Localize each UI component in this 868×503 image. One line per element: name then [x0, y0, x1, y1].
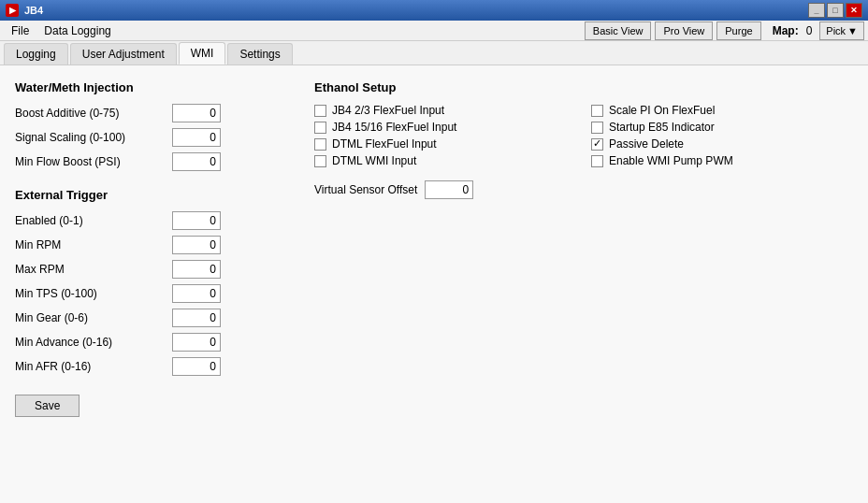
field-input-min-rpm[interactable]	[172, 236, 221, 254]
field-input-min-advance[interactable]	[172, 333, 221, 352]
field-label-min-flow-boost: Min Flow Boost (PSI)	[15, 155, 165, 168]
tab-user-adjustment[interactable]: User Adjustment	[70, 43, 177, 65]
field-row-min-advance: Min Advance (0-16)	[15, 333, 277, 352]
checkbox-label-jb4-1516-flexfuel: JB4 15/16 FlexFuel Input	[332, 121, 456, 134]
checkbox-label-dtml-wmi: DTML WMI Input	[332, 154, 416, 167]
field-row-max-rpm: Max RPM	[15, 260, 277, 279]
checkbox-row-dtml-wmi: DTML WMI Input	[314, 154, 576, 167]
field-label-min-rpm: Min RPM	[15, 238, 165, 252]
checkbox-scale-pi[interactable]	[591, 105, 603, 117]
field-label-min-afr: Min AFR (0-16)	[15, 360, 165, 373]
checkbox-label-jb4-23-flexfuel: JB4 2/3 FlexFuel Input	[332, 104, 444, 117]
pro-view-button[interactable]: Pro View	[655, 22, 713, 40]
field-row-min-tps: Min TPS (0-100)	[15, 284, 277, 303]
field-row-min-flow-boost: Min Flow Boost (PSI)	[15, 152, 277, 171]
menu-bar: File Data Logging Basic View Pro View Pu…	[0, 21, 868, 41]
purge-button[interactable]: Purge	[716, 22, 760, 40]
external-trigger-title: External Trigger	[15, 188, 277, 202]
map-label: Map:	[773, 24, 799, 37]
field-input-min-tps[interactable]	[172, 284, 221, 303]
field-row-min-gear: Min Gear (0-6)	[15, 309, 277, 327]
ethanol-checkboxes-grid: JB4 2/3 FlexFuel Input Scale PI On FlexF…	[314, 104, 853, 167]
field-input-min-flow-boost[interactable]	[172, 152, 221, 171]
pick-button[interactable]: Pick ▼	[819, 22, 864, 40]
tab-settings[interactable]: Settings	[227, 43, 292, 65]
field-row-enabled: Enabled (0-1)	[15, 211, 277, 230]
virtual-sensor-label: Virtual Sensor Offset	[314, 183, 417, 196]
title-bar: ▶ JB4 _ □ ✕	[0, 0, 868, 21]
field-row-boost-additive: Boost Additive (0-75)	[15, 104, 277, 122]
field-label-boost-additive: Boost Additive (0-75)	[15, 107, 165, 120]
checkbox-row-dtml-flexfuel: DTML FlexFuel Input	[314, 137, 576, 151]
left-panel: Water/Meth Injection Boost Additive (0-7…	[15, 77, 277, 492]
checkbox-passive-delete[interactable]	[591, 138, 603, 151]
checkbox-row-jb4-23-flexfuel: JB4 2/3 FlexFuel Input	[314, 104, 576, 117]
content-area: Water/Meth Injection Boost Additive (0-7…	[0, 65, 868, 503]
right-panel: Ethanol Setup JB4 2/3 FlexFuel Input Sca…	[314, 77, 853, 492]
field-input-min-afr[interactable]	[172, 357, 221, 376]
virtual-sensor-row: Virtual Sensor Offset	[314, 180, 853, 199]
tab-wmi[interactable]: WMI	[179, 42, 226, 65]
ethanol-title: Ethanol Setup	[314, 80, 853, 94]
checkbox-label-startup-e85: Startup E85 Indicator	[609, 121, 715, 134]
virtual-sensor-input[interactable]	[425, 180, 473, 199]
checkbox-startup-e85[interactable]	[591, 122, 603, 134]
field-input-boost-additive[interactable]	[172, 104, 221, 122]
save-button[interactable]: Save	[15, 395, 80, 417]
field-label-signal-scaling: Signal Scaling (0-100)	[15, 131, 165, 144]
data-logging-menu[interactable]: Data Logging	[36, 22, 118, 39]
checkbox-row-startup-e85: Startup E85 Indicator	[591, 121, 853, 134]
field-input-enabled[interactable]	[172, 211, 221, 230]
checkbox-enable-wmi-pump[interactable]	[591, 155, 603, 167]
checkbox-row-scale-pi: Scale PI On FlexFuel	[591, 104, 853, 117]
basic-view-button[interactable]: Basic View	[585, 22, 652, 40]
checkbox-row-passive-delete: Passive Delete	[591, 137, 853, 151]
field-input-signal-scaling[interactable]	[172, 128, 221, 147]
field-label-min-gear: Min Gear (0-6)	[15, 311, 165, 324]
checkbox-row-jb4-1516-flexfuel: JB4 15/16 FlexFuel Input	[314, 121, 576, 134]
map-value: 0	[806, 24, 813, 37]
file-menu[interactable]: File	[4, 22, 36, 39]
tabs-bar: Logging User Adjustment WMI Settings	[0, 41, 868, 65]
water-meth-title: Water/Meth Injection	[15, 80, 277, 94]
field-label-min-tps: Min TPS (0-100)	[15, 287, 165, 300]
checkbox-dtml-flexfuel[interactable]	[314, 138, 326, 151]
field-input-max-rpm[interactable]	[172, 260, 221, 279]
checkbox-label-enable-wmi-pump: Enable WMI Pump PWM	[609, 154, 733, 167]
field-label-min-advance: Min Advance (0-16)	[15, 336, 165, 349]
minimize-button[interactable]: _	[808, 3, 825, 18]
field-label-enabled: Enabled (0-1)	[15, 214, 165, 227]
checkbox-jb4-23-flexfuel[interactable]	[314, 105, 326, 117]
app-title: JB4	[24, 5, 43, 16]
field-input-min-gear[interactable]	[172, 309, 221, 327]
checkbox-label-passive-delete: Passive Delete	[609, 137, 684, 151]
field-label-max-rpm: Max RPM	[15, 263, 165, 276]
maximize-button[interactable]: □	[827, 3, 844, 18]
checkbox-label-dtml-flexfuel: DTML FlexFuel Input	[332, 137, 437, 151]
checkbox-row-enable-wmi-pump: Enable WMI Pump PWM	[591, 154, 853, 167]
close-button[interactable]: ✕	[846, 3, 862, 18]
field-row-min-afr: Min AFR (0-16)	[15, 357, 277, 376]
checkbox-label-scale-pi: Scale PI On FlexFuel	[609, 104, 715, 117]
tab-logging[interactable]: Logging	[4, 43, 68, 65]
checkbox-dtml-wmi[interactable]	[314, 155, 326, 167]
checkbox-jb4-1516-flexfuel[interactable]	[314, 122, 326, 134]
app-icon: ▶	[6, 4, 19, 17]
pick-dropdown-icon: ▼	[847, 25, 858, 36]
field-row-signal-scaling: Signal Scaling (0-100)	[15, 128, 277, 147]
field-row-min-rpm: Min RPM	[15, 236, 277, 254]
